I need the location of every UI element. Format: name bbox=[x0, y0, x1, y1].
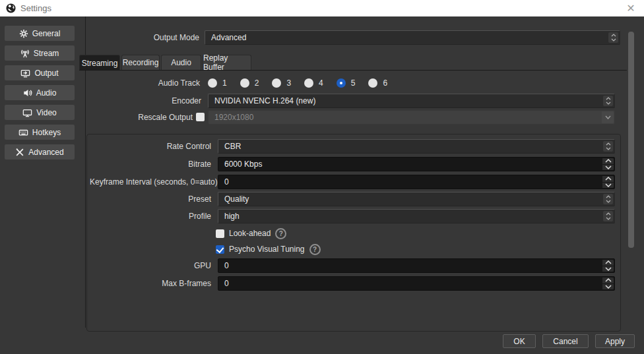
tab-audio[interactable]: Audio bbox=[161, 55, 201, 70]
rescale-output-label: Rescale Output bbox=[86, 110, 193, 125]
tab-underline bbox=[79, 70, 627, 71]
sidebar-item-label: Stream bbox=[34, 49, 59, 58]
encoder-value: NVIDIA NVENC H.264 (new) bbox=[214, 96, 315, 105]
spin-up-icon[interactable] bbox=[602, 158, 614, 164]
rescale-resolution-value: 1920x1080 bbox=[214, 113, 253, 122]
max-b-frames-input[interactable]: 0 bbox=[218, 276, 615, 291]
broadcast-icon bbox=[20, 49, 30, 58]
spin-down-icon[interactable] bbox=[602, 183, 614, 189]
monitor-icon bbox=[22, 108, 32, 117]
output-monitor-icon bbox=[20, 69, 30, 78]
rate-control-value: CBR bbox=[224, 142, 241, 151]
preset-label: Preset bbox=[92, 192, 211, 206]
sidebar-item-hotkeys[interactable]: Hotkeys bbox=[5, 125, 75, 140]
chevron-down-icon bbox=[602, 111, 614, 123]
preset-select[interactable]: Quality bbox=[218, 192, 615, 206]
gpu-label: GPU bbox=[92, 258, 211, 273]
help-circle-icon[interactable]: ? bbox=[275, 228, 286, 239]
spin-up-icon[interactable] bbox=[602, 278, 614, 283]
keyboard-icon bbox=[18, 128, 28, 137]
sidebar-item-audio[interactable]: Audio bbox=[5, 85, 75, 100]
spinner-arrows-icon[interactable] bbox=[603, 96, 613, 106]
bitrate-input[interactable]: 6000 Kbps bbox=[218, 157, 615, 171]
sidebar-item-label: Video bbox=[36, 108, 56, 117]
profile-label: Profile bbox=[92, 209, 211, 223]
look-ahead-row: Look-ahead ? bbox=[216, 227, 286, 239]
rate-control-label: Rate Control bbox=[92, 139, 211, 154]
tab-streaming[interactable]: Streaming bbox=[79, 55, 120, 71]
audio-track-radio-6[interactable] bbox=[368, 78, 377, 88]
output-mode-value: Advanced bbox=[211, 33, 246, 42]
audio-track-radio-2[interactable] bbox=[240, 78, 249, 88]
keyframe-interval-value: 0 bbox=[224, 177, 229, 187]
rate-control-select[interactable]: CBR bbox=[218, 139, 615, 154]
cancel-button[interactable]: Cancel bbox=[542, 334, 589, 348]
profile-value: high bbox=[224, 212, 240, 221]
sidebar-item-label: Hotkeys bbox=[32, 128, 61, 137]
window-title: Settings bbox=[20, 3, 51, 13]
tab-replay-buffer[interactable]: Replay Buffer bbox=[203, 55, 251, 70]
sidebar-item-general[interactable]: General bbox=[5, 26, 75, 41]
vertical-scrollbar[interactable] bbox=[628, 32, 634, 248]
preset-value: Quality bbox=[224, 194, 249, 204]
spinner-arrows-icon[interactable] bbox=[603, 194, 613, 204]
gear-icon bbox=[19, 29, 28, 38]
psycho-visual-tuning-label: Psycho Visual Tuning bbox=[229, 245, 305, 254]
audio-track-radio-1[interactable] bbox=[208, 78, 217, 88]
psycho-visual-tuning-checkbox[interactable] bbox=[216, 245, 224, 254]
tools-icon bbox=[15, 148, 24, 157]
audio-track-label: Audio Track bbox=[86, 76, 200, 90]
spin-down-icon[interactable] bbox=[602, 266, 614, 272]
tab-recording[interactable]: Recording bbox=[121, 55, 160, 70]
encoder-label: Encoder bbox=[86, 94, 201, 108]
keyframe-interval-input[interactable]: 0 bbox=[218, 175, 615, 189]
settings-window: Settings ✕ General Stream Output bbox=[0, 0, 644, 354]
ok-button[interactable]: OK bbox=[503, 334, 536, 348]
spin-down-icon[interactable] bbox=[602, 284, 614, 290]
rescale-output-checkbox[interactable] bbox=[196, 113, 205, 121]
rescale-resolution-dropdown[interactable]: 1920x1080 bbox=[208, 110, 615, 125]
spinner-arrows-icon[interactable] bbox=[603, 141, 613, 152]
max-b-frames-value: 0 bbox=[224, 279, 229, 288]
sidebar-item-stream[interactable]: Stream bbox=[5, 45, 75, 61]
psycho-visual-tuning-row: Psycho Visual Tuning ? bbox=[216, 243, 321, 255]
audio-track-radio-5[interactable] bbox=[337, 78, 346, 88]
spin-up-icon[interactable] bbox=[602, 260, 614, 266]
apply-button[interactable]: Apply bbox=[595, 334, 635, 348]
sidebar-item-label: Output bbox=[34, 69, 58, 78]
sidebar-item-advanced[interactable]: Advanced bbox=[5, 144, 75, 160]
look-ahead-label: Look-ahead bbox=[229, 229, 271, 238]
audio-track-radio-4[interactable] bbox=[304, 78, 313, 88]
audio-track-radio-3[interactable] bbox=[272, 78, 281, 88]
spinner-arrows-icon[interactable] bbox=[608, 32, 618, 43]
title-bar: Settings ✕ bbox=[0, 0, 644, 16]
keyframe-interval-label: Keyframe Interval (seconds, 0=auto) bbox=[90, 175, 211, 189]
help-circle-icon[interactable]: ? bbox=[309, 244, 321, 255]
sidebar-item-label: Advanced bbox=[28, 148, 63, 157]
sidebar-item-output[interactable]: Output bbox=[5, 65, 75, 80]
bitrate-value: 6000 Kbps bbox=[224, 160, 262, 169]
profile-select[interactable]: high bbox=[218, 209, 615, 223]
encoder-select[interactable]: NVIDIA NVENC H.264 (new) bbox=[208, 94, 615, 108]
obs-logo-icon bbox=[6, 3, 16, 13]
spin-up-icon[interactable] bbox=[602, 176, 614, 182]
gpu-value: 0 bbox=[224, 261, 229, 270]
output-mode-select[interactable]: Advanced bbox=[205, 30, 620, 45]
sidebar-item-label: General bbox=[32, 29, 61, 38]
gpu-input[interactable]: 0 bbox=[218, 258, 615, 273]
speaker-icon bbox=[23, 88, 32, 98]
spin-down-icon[interactable] bbox=[602, 165, 614, 171]
output-mode-label: Output Mode bbox=[86, 30, 199, 45]
audio-track-radio-group: 1 2 3 4 5 6 bbox=[208, 78, 395, 88]
sidebar-item-video[interactable]: Video bbox=[5, 105, 75, 120]
spinner-arrows-icon[interactable] bbox=[603, 211, 613, 221]
max-b-frames-label: Max B-frames bbox=[92, 276, 211, 291]
look-ahead-checkbox[interactable] bbox=[216, 229, 224, 238]
close-icon[interactable]: ✕ bbox=[622, 0, 640, 16]
sidebar-item-label: Audio bbox=[36, 88, 57, 98]
bitrate-label: Bitrate bbox=[92, 157, 211, 171]
